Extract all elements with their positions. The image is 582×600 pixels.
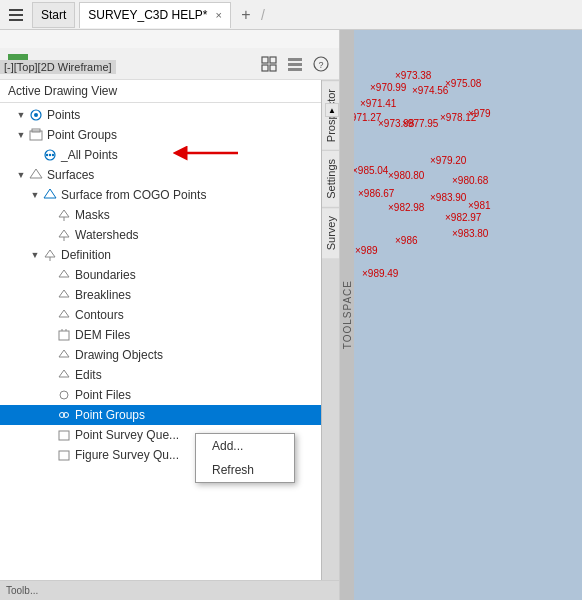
tree-item-all-points[interactable]: ▶ _All Points — [0, 145, 339, 165]
svg-marker-20 — [44, 189, 56, 198]
svg-marker-34 — [59, 370, 69, 377]
scrollbar-up-button[interactable]: ▲ — [325, 103, 339, 117]
tree-item-point-groups[interactable]: ▼ Point Groups — [0, 125, 339, 145]
tree-item-point-files-label: Point Files — [75, 388, 335, 402]
grid-icon — [261, 56, 277, 72]
tree-item-surfaces-label: Surfaces — [47, 168, 335, 182]
svg-marker-25 — [45, 250, 55, 257]
tree-item-dem-files[interactable]: ▶ DEM Files — [0, 325, 339, 345]
tree-item-surfaces[interactable]: ▼ Surfaces — [0, 165, 339, 185]
point-survey-icon — [56, 427, 72, 443]
point-label: ×981 — [468, 200, 491, 211]
svg-point-15 — [49, 154, 51, 156]
side-tab-survey[interactable]: Survey — [322, 207, 339, 258]
side-tab-settings[interactable]: Settings — [322, 150, 339, 207]
tree-item-definition-label: Definition — [61, 248, 335, 262]
tree-item-contours-label: Contours — [75, 308, 335, 322]
tree-item-points-label: Points — [47, 108, 335, 122]
tree-view[interactable]: ▲ ▼ Points ▼ Point Groups — [0, 103, 339, 580]
svg-rect-38 — [59, 431, 69, 440]
tree-item-boundaries[interactable]: ▶ Boundaries — [0, 265, 339, 285]
svg-marker-21 — [59, 210, 69, 217]
edits-icon — [56, 367, 72, 383]
point-label: ×979.20 — [430, 155, 466, 166]
svg-point-14 — [46, 154, 48, 156]
svg-text:?: ? — [318, 60, 323, 70]
point-label: ×983.90 — [430, 192, 466, 203]
tree-item-point-groups-label: Point Groups — [47, 128, 335, 142]
tree-item-point-files[interactable]: ▶ Point Files — [0, 385, 339, 405]
toolbar-right: ? — [259, 54, 331, 74]
toolbar-list-button[interactable] — [285, 54, 305, 74]
svg-rect-39 — [59, 451, 69, 460]
point-groups-icon — [28, 127, 44, 143]
title-bar: Start SURVEY_C3D HELP* × + / — [0, 0, 582, 30]
tree-item-boundaries-label: Boundaries — [75, 268, 335, 282]
main-layout: [-][Top][2D Wireframe] ■ — [0, 30, 582, 600]
tab-start[interactable]: Start — [32, 2, 75, 28]
toolspace-bottom-label: Toolb... — [6, 585, 38, 596]
boundaries-icon — [56, 267, 72, 283]
svg-rect-2 — [262, 65, 268, 71]
tree-item-breaklines-label: Breaklines — [75, 288, 335, 302]
point-label: ×989 — [355, 245, 378, 256]
tree-item-contours[interactable]: ▶ Contours — [0, 305, 339, 325]
tree-item-points[interactable]: ▼ Points — [0, 105, 339, 125]
svg-rect-4 — [288, 58, 302, 61]
tree-item-breaklines[interactable]: ▶ Breaklines — [0, 285, 339, 305]
context-menu-refresh[interactable]: Refresh — [196, 458, 294, 482]
tab-add-button[interactable]: + — [235, 4, 257, 26]
tree-item-definition[interactable]: ▼ Definition — [0, 245, 339, 265]
toolbar-grid-button[interactable] — [259, 54, 279, 74]
point-label: ×979 — [468, 108, 491, 119]
svg-rect-30 — [59, 331, 69, 340]
context-menu: Add... Refresh — [195, 433, 295, 483]
context-menu-add[interactable]: Add... — [196, 434, 294, 458]
menu-button[interactable] — [4, 3, 28, 27]
expand-definition[interactable]: ▼ — [28, 248, 42, 262]
tree-item-edits[interactable]: ▶ Edits — [0, 365, 339, 385]
surfaces-icon — [28, 167, 44, 183]
tab-active[interactable]: SURVEY_C3D HELP* × — [79, 2, 231, 28]
svg-marker-28 — [59, 290, 69, 297]
tab-start-label: Start — [41, 8, 66, 22]
survey-points-layer: ×970.99 ×973.38 ×971.41 ×974.56 ×975.08 … — [340, 30, 582, 600]
point-label: ×970.99 — [370, 82, 406, 93]
tree-item-surface-cogo[interactable]: ▼ Surface from COGO Points — [0, 185, 339, 205]
list-icon — [287, 56, 303, 72]
tree-item-masks[interactable]: ▶ Masks — [0, 205, 339, 225]
expand-surfaces[interactable]: ▼ — [14, 168, 28, 182]
point-label: ×977.95 — [402, 118, 438, 129]
point-files-icon — [56, 387, 72, 403]
svg-rect-6 — [288, 68, 302, 71]
toolbar-help-button[interactable]: ? — [311, 54, 331, 74]
tree-item-surface-cogo-label: Surface from COGO Points — [61, 188, 335, 202]
point-label: ×980.80 — [388, 170, 424, 181]
point-label: ×974.56 — [412, 85, 448, 96]
point-label: ×982.97 — [445, 212, 481, 223]
expand-point-groups[interactable]: ▼ — [14, 128, 28, 142]
svg-point-16 — [52, 154, 54, 156]
figure-survey-icon — [56, 447, 72, 463]
svg-marker-23 — [59, 230, 69, 237]
toolspace-bottom-bar: Toolb... — [0, 580, 339, 600]
drawing-area[interactable]: ×970.99 ×973.38 ×971.41 ×974.56 ×975.08 … — [340, 30, 582, 600]
point-label: ×973.38 — [395, 70, 431, 81]
point-label: ×986 — [395, 235, 418, 246]
svg-rect-1 — [270, 57, 276, 63]
expand-points[interactable]: ▼ — [14, 108, 28, 122]
svg-rect-0 — [262, 57, 268, 63]
tree-item-point-groups-2[interactable]: ▶ Point Groups — [0, 405, 339, 425]
panel-header[interactable]: Active Drawing View ∨ — [0, 80, 339, 103]
tree-item-watersheds[interactable]: ▶ Watersheds — [0, 225, 339, 245]
tree-item-watersheds-label: Watersheds — [75, 228, 335, 242]
point-label: ×986.67 — [358, 188, 394, 199]
tab-close-button[interactable]: × — [216, 9, 222, 21]
tree-item-masks-label: Masks — [75, 208, 335, 222]
definition-icon — [42, 247, 58, 263]
point-label: ×980.68 — [452, 175, 488, 186]
tree-item-all-points-label: _All Points — [61, 148, 335, 162]
point-label: ×982.98 — [388, 202, 424, 213]
tree-item-drawing-objects[interactable]: ▶ Drawing Objects — [0, 345, 339, 365]
expand-surface-cogo[interactable]: ▼ — [28, 188, 42, 202]
